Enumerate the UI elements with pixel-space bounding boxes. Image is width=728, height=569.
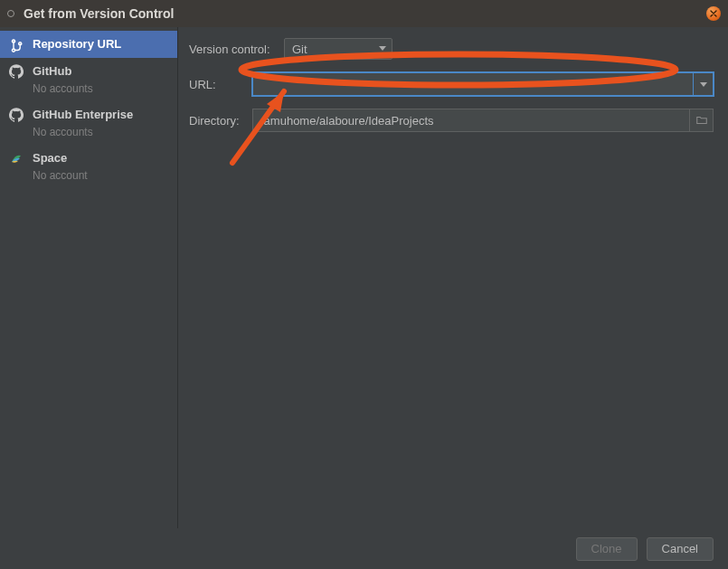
sidebar-item-label: GitHub Enterprise — [33, 107, 133, 123]
folder-icon — [695, 114, 708, 127]
sidebar: Repository URL GitHub No accounts GitHub… — [0, 27, 178, 528]
dir-label: Directory: — [189, 114, 252, 128]
dialog-body: Repository URL GitHub No accounts GitHub… — [0, 27, 728, 528]
dialog-footer: Clone Cancel — [0, 528, 728, 569]
window-menu-icon — [7, 10, 14, 17]
directory-input[interactable] — [252, 109, 690, 132]
sidebar-item-sub: No accounts — [33, 81, 93, 96]
close-button[interactable] — [706, 6, 721, 21]
url-history-button[interactable] — [694, 72, 714, 96]
row-version-control: Version control: Git — [189, 38, 714, 60]
main-panel: Version control: Git URL: Directory: — [178, 27, 728, 528]
browse-button[interactable] — [690, 109, 714, 132]
url-label: URL: — [189, 78, 252, 91]
row-url: URL: — [189, 72, 714, 96]
space-icon — [9, 151, 24, 166]
clone-label: Clone — [591, 542, 622, 555]
titlebar: Get from Version Control — [0, 0, 728, 27]
sidebar-item-label: Repository URL — [33, 36, 121, 52]
github-icon — [9, 108, 24, 122]
branch-icon — [9, 38, 24, 52]
vc-select[interactable]: Git — [284, 38, 392, 60]
close-icon — [710, 10, 717, 17]
dialog-window: Get from Version Control Repository URL — [0, 0, 728, 569]
sidebar-item-repository-url[interactable]: Repository URL — [0, 31, 177, 58]
vc-value: Git — [292, 43, 307, 56]
sidebar-item-sub: No accounts — [33, 125, 133, 139]
sidebar-item-sub: No account — [33, 168, 88, 183]
sidebar-item-label: Space — [33, 150, 88, 166]
vc-label: Version control: — [189, 43, 284, 56]
sidebar-item-github-enterprise[interactable]: GitHub Enterprise No accounts — [0, 101, 177, 145]
chevron-down-icon — [379, 46, 386, 51]
clone-button[interactable]: Clone — [576, 537, 638, 561]
sidebar-item-space[interactable]: Space No account — [0, 145, 177, 188]
url-input[interactable] — [252, 72, 694, 96]
row-directory: Directory: — [189, 109, 714, 132]
dialog-title: Get from Version Control — [24, 6, 174, 21]
chevron-down-icon — [700, 82, 707, 87]
github-icon — [9, 64, 24, 79]
cancel-label: Cancel — [662, 542, 698, 555]
sidebar-item-label: GitHub — [33, 63, 93, 80]
sidebar-item-github[interactable]: GitHub No accounts — [0, 58, 177, 101]
cancel-button[interactable]: Cancel — [647, 537, 714, 561]
